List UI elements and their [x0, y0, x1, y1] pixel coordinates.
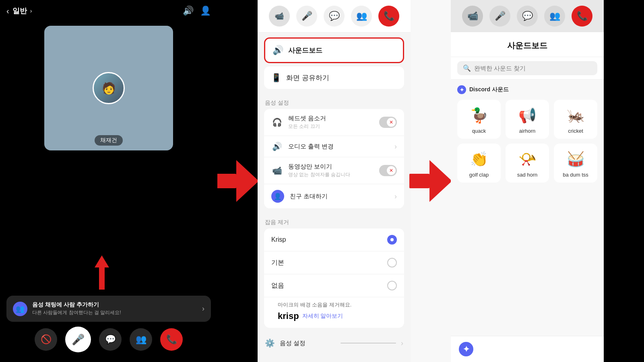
end-call-top-icon: 📞 [384, 11, 394, 21]
none-radio-off[interactable] [387, 281, 397, 290]
headset-label: 헤드셋 음소거 [288, 115, 374, 122]
chat-button[interactable]: 💬 [99, 328, 122, 351]
basic-row[interactable]: 기본 [264, 251, 404, 274]
people-top-button[interactable]: 👥 [351, 6, 372, 27]
sound-card-cricket[interactable]: 🦗 cricket [554, 100, 597, 139]
quack-emoji: 🦆 [470, 107, 488, 124]
video-only-toggle[interactable]: ✕ [379, 165, 397, 176]
video-slash-icon: 🚫 [41, 334, 52, 345]
cricket-label: cricket [568, 128, 583, 134]
krisp-word: krisp [278, 311, 299, 321]
none-label: 없음 [271, 282, 382, 290]
pr-chat-button[interactable]: 💬 [517, 6, 538, 27]
avatar: 🧑 [93, 72, 125, 104]
audio-output-label: 오디오 출력 변경 [288, 143, 389, 150]
sad-horn-label: sad horn [517, 172, 538, 178]
gear-icon: ⚙️ [265, 338, 275, 348]
krisp-row[interactable]: Krisp [264, 228, 404, 251]
headset-icon: 🎧 [271, 117, 283, 127]
soundboard-title: 사운드보드 [451, 32, 604, 57]
add-person-icon[interactable]: 👤 [200, 6, 211, 16]
noise-section-header: 잡음 제거 [258, 213, 411, 228]
share-screen-item[interactable]: 📱 화면 공유하기 [264, 66, 404, 89]
headset-toggle[interactable]: ✕ [379, 117, 397, 128]
notification-bar[interactable]: 👥 음성 채팅에 사람 추가하기 다른 사람들에게 참여했다는 걸 알리세요! … [6, 296, 211, 322]
chat-top-button[interactable]: 💬 [324, 6, 345, 27]
krisp-banner: 마이크의 배경 소음을 제거해요. krisp 자세히 알아보기 [270, 297, 398, 328]
video-slash-top-icon: 📹 [275, 12, 284, 21]
voice-settings-header: 음성 설정 [258, 94, 411, 109]
video-row-icon: 📹 [271, 166, 283, 175]
big-arrow-2 [409, 160, 452, 202]
user-name-badge: 채재건 [95, 135, 123, 146]
headset-mute-row[interactable]: 🎧 헤드셋 음소거 모든 소리 끄기 ✕ [264, 109, 404, 136]
chat-top-icon: 💬 [329, 11, 340, 21]
video-only-toggle-knob: ✕ [387, 166, 396, 175]
end-call-top-button[interactable]: 📞 [378, 6, 399, 27]
soundboard-search-input[interactable] [474, 65, 592, 72]
discord-footer-icon: ✦ [459, 342, 473, 356]
notif-text: 음성 채팅에 사람 추가하기 다른 사람들에게 참여했다는 걸 알리세요! [32, 301, 197, 316]
none-row[interactable]: 없음 [264, 274, 404, 297]
sound-card-golf-clap[interactable]: 👏 golf clap [457, 144, 501, 183]
invite-chevron-icon: › [394, 192, 397, 201]
noise-section: Krisp 기본 없음 마이크의 배경 소음을 제거해요. krisp 자세히 … [264, 228, 404, 328]
pr-end-call-button[interactable]: 📞 [572, 6, 592, 27]
speaker-row-icon: 🔊 [271, 142, 283, 151]
video-only-row[interactable]: 📹 동영상만 보이기 영상 없는 참여자를 숨깁니다 ✕ [264, 157, 404, 184]
audio-output-row[interactable]: 🔊 오디오 출력 변경 › [264, 136, 404, 157]
video-off-button[interactable]: 🚫 [35, 328, 57, 351]
speaker-icon[interactable]: 🔊 [183, 6, 194, 16]
pr-people-button[interactable]: 👥 [544, 6, 565, 27]
soundboard-panel: 📹 🎤 💬 👥 📞 사운드보드 🔍 ✦ Discord 사운드 🦆 quack [451, 0, 604, 362]
end-call-icon: 📞 [166, 334, 177, 345]
settings-footer-label: 음성 설정 [280, 339, 336, 347]
top-bar: ‹ 일반 › 🔊 👤 [0, 0, 217, 22]
chevron-icon[interactable]: ‹ [6, 6, 9, 16]
annotation-arrow-up [95, 255, 109, 290]
voice-settings-group: 🎧 헤드셋 음소거 모든 소리 끄기 ✕ 🔊 오디오 출력 변경 › 📹 [264, 109, 404, 208]
invite-text: 친구 초대하기 [290, 193, 389, 200]
soundboard-footer: ✦ [451, 336, 604, 362]
pr-end-call-icon: 📞 [577, 11, 588, 21]
pr-video-off-button[interactable]: 📹 [462, 6, 483, 27]
pr-top-controls: 📹 🎤 💬 👥 📞 [451, 0, 604, 32]
end-call-button[interactable]: 📞 [160, 328, 183, 351]
golf-clap-emoji: 👏 [470, 151, 488, 168]
people-button[interactable]: 👥 [130, 328, 152, 351]
basic-radio-off[interactable] [387, 258, 397, 267]
video-only-sublabel: 영상 없는 참여자를 숨깁니다 [288, 171, 374, 178]
soundboard-menu-item[interactable]: 🔊 사운드보드 [264, 37, 404, 63]
mic-icon: 🎤 [72, 333, 85, 346]
soundboard-icon: 🔊 [272, 45, 283, 56]
krisp-radio-on[interactable] [387, 235, 397, 245]
pr-chat-icon: 💬 [522, 11, 533, 21]
notif-title: 음성 채팅에 사람 추가하기 [32, 301, 197, 309]
settings-footer-chevron-icon: › [401, 339, 403, 348]
invite-friend-row[interactable]: 👤 친구 초대하기 › [264, 184, 404, 208]
notif-subtitle: 다른 사람들에게 참여했다는 걸 알리세요! [32, 309, 197, 316]
pr-mic-icon: 🎤 [495, 11, 506, 21]
search-icon: 🔍 [463, 64, 471, 72]
panel-left: ‹ 일반 › 🔊 👤 🧑 채재건 👥 음성 채팅에 사람 추가하기 다른 사람들… [0, 0, 217, 362]
krisp-learn-more-link[interactable]: 자세히 알아보기 [302, 313, 343, 320]
footer-divider [341, 343, 396, 343]
chat-icon: 💬 [105, 334, 116, 345]
pr-video-slash-icon: 📹 [467, 11, 478, 21]
discord-sounds-label: Discord 사운드 [469, 86, 509, 93]
sound-card-ba-dum-tss[interactable]: 🥁 ba dum tss [554, 144, 597, 183]
airhorn-label: airhorn [519, 128, 535, 134]
sound-card-airhorn[interactable]: 📢 airhorn [506, 100, 549, 139]
mic-top-button[interactable]: 🎤 [296, 6, 317, 27]
settings-footer-row[interactable]: ⚙️ 음성 설정 › [258, 333, 411, 354]
video-only-text: 동영상만 보이기 영상 없는 참여자를 숨깁니다 [288, 163, 374, 178]
mic-button[interactable]: 🎤 [65, 327, 91, 352]
big-arrow-1 [216, 160, 259, 202]
audio-output-text: 오디오 출력 변경 [288, 143, 389, 150]
discord-logo-icon: ✦ [457, 85, 466, 94]
soundboard-grid: 🦆 quack 📢 airhorn 🦗 cricket 👏 golf clap … [451, 97, 604, 189]
sound-card-quack[interactable]: 🦆 quack [457, 100, 501, 139]
video-off-top-button[interactable]: 📹 [269, 6, 290, 27]
sound-card-sad-horn[interactable]: 📯 sad horn [506, 144, 549, 183]
pr-mic-button[interactable]: 🎤 [489, 6, 510, 27]
